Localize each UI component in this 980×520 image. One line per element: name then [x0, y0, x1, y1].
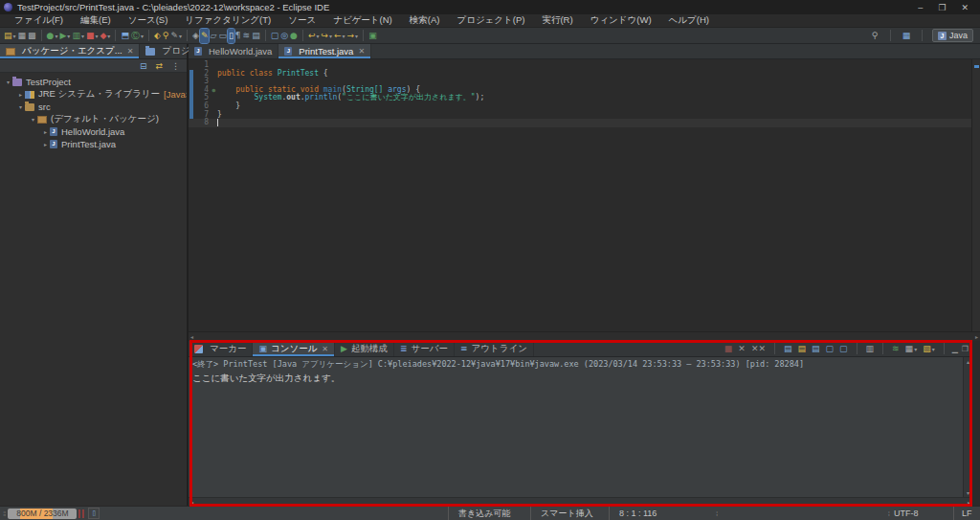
code-editor[interactable]: 12public class PrintTest {34● public sta…	[189, 59, 980, 331]
editor-tab[interactable]: JPrintTest.java✕	[278, 44, 371, 58]
minimize-window-button[interactable]: –	[918, 3, 923, 12]
editor-horizontal-scrollbar[interactable]: ◂ ▸	[189, 331, 980, 341]
profile-button[interactable]: ◆▾	[99, 29, 111, 43]
resume-button[interactable]: ●	[289, 29, 299, 43]
breadcrumb-toggle-button[interactable]: ▭	[217, 29, 228, 43]
new-window-button[interactable]: ▣	[368, 29, 378, 43]
tree-item[interactable]: ▸JHelloWorld.java	[0, 125, 187, 138]
new-wizard-button[interactable]: ▤▾	[3, 29, 17, 43]
console-tab-outline[interactable]: ≡アウトライン	[455, 341, 534, 356]
debug-button[interactable]: ●▾	[46, 29, 59, 43]
close-window-button[interactable]: ✕	[961, 3, 969, 12]
java-perspective-button[interactable]: J Java	[932, 29, 973, 42]
console-tab-servers[interactable]: ≣サーバー	[394, 341, 455, 356]
open-task-button[interactable]: ▤	[251, 29, 261, 43]
console-tab-console[interactable]: ▣コンソール✕	[253, 341, 335, 356]
console-tab-markers[interactable]: マーカー	[189, 341, 253, 356]
open-log-button[interactable]: ▤	[796, 342, 807, 356]
new-java-project-button[interactable]: ⬒	[120, 29, 130, 43]
menu-item[interactable]: 編集(E)	[72, 14, 120, 27]
menu-item[interactable]: 検索(A)	[401, 14, 449, 27]
restore-window-button[interactable]: ❐	[938, 3, 946, 12]
collapse-all-button[interactable]: ⊟	[139, 58, 148, 73]
menu-item[interactable]: ファイル(F)	[6, 14, 72, 27]
menu-item[interactable]: ウィンドウ(W)	[582, 14, 660, 27]
view-menu-button[interactable]: ⋮	[170, 58, 181, 73]
tree-item[interactable]: ▾(デフォルト・パッケージ)	[0, 113, 187, 125]
chevron-right-icon[interactable]: ▸	[16, 91, 25, 98]
close-icon[interactable]: ✕	[127, 47, 134, 56]
menu-item[interactable]: リファクタリング(T)	[176, 14, 279, 27]
menu-item[interactable]: ナビゲート(N)	[324, 14, 401, 27]
word-wrap-toggle-button[interactable]: ≋	[242, 29, 252, 43]
explorer-tab[interactable]: パッケージ・エクスプ...✕	[0, 44, 140, 58]
console-tab-launch[interactable]: ▶起動構成	[335, 341, 394, 356]
save-all-button[interactable]: ▩	[27, 29, 37, 43]
code-line[interactable]: 8	[189, 119, 971, 127]
menu-item[interactable]: ヘルプ(H)	[660, 14, 718, 27]
smart-edit-toggle-button[interactable]: ✎	[200, 29, 210, 43]
open-type-button[interactable]: ⬖	[153, 29, 162, 43]
editor-tab[interactable]: JHelloWorld.java	[189, 44, 278, 58]
link-with-editor-button[interactable]: ⇄	[154, 58, 164, 73]
run-garbage-collector-button[interactable]: ▯	[88, 508, 100, 519]
chevron-right-icon[interactable]: ▸	[41, 141, 50, 147]
scroll-left-icon[interactable]: ◂	[190, 333, 193, 340]
tree-item[interactable]: ▾TestProject	[0, 76, 187, 88]
save-button[interactable]: ▦	[17, 29, 28, 43]
menu-item[interactable]: プロジェクト(P)	[448, 14, 533, 27]
menu-item[interactable]: ソース(S)	[120, 14, 177, 27]
snippets-button[interactable]: ▱	[209, 29, 217, 43]
show-stdout-button[interactable]: ▢	[825, 342, 835, 356]
console-view-button[interactable]: ▢	[270, 29, 280, 43]
new-class-button[interactable]: Ⓒ▾	[130, 29, 145, 43]
scroll-left-icon[interactable]: ◂	[190, 499, 193, 506]
show-stderr-button[interactable]: ▢	[838, 342, 849, 356]
remove-launch-button[interactable]: ✕	[737, 342, 746, 356]
scroll-up-icon[interactable]: ▴	[967, 358, 969, 365]
scroll-right-icon[interactable]: ▸	[975, 333, 978, 340]
console-content[interactable]: <終了> PrintTest [Java アプリケーション] C:¥pleiad…	[189, 357, 963, 497]
pin-console-button[interactable]: ▦▾	[904, 342, 919, 356]
remove-all-launches-button[interactable]: ✕✕	[750, 342, 767, 356]
code-lines[interactable]: 12public class PrintTest {34● public sta…	[189, 59, 971, 331]
last-edit-location-button[interactable]: ↩▾	[307, 29, 321, 43]
scroll-right-icon[interactable]: ▸	[968, 499, 970, 506]
terminate-button[interactable]: ■	[724, 342, 734, 356]
menu-item[interactable]: 実行(R)	[533, 14, 581, 27]
menu-item[interactable]: ソース	[279, 14, 324, 27]
run-coverage-button[interactable]: ▥▾	[71, 29, 85, 43]
stop-button[interactable]: ■▾	[85, 29, 100, 43]
open-perspective-icon[interactable]: ▦	[901, 29, 912, 43]
overview-ruler[interactable]	[971, 59, 980, 331]
export-log-button[interactable]: ▤	[811, 342, 821, 356]
scroll-down-icon[interactable]: ▾	[967, 489, 969, 496]
forward-history-button[interactable]: →▾	[346, 29, 360, 43]
word-wrap-button[interactable]: ≋	[891, 342, 901, 356]
tree-item[interactable]: ▾src	[0, 101, 187, 113]
code-line[interactable]: 6 }	[189, 102, 971, 111]
console-vertical-scrollbar[interactable]: ▴ ▾	[963, 357, 972, 497]
heap-status-widget[interactable]: 800M / 2336M	[8, 509, 77, 519]
code-line[interactable]: 7}	[189, 111, 971, 120]
show-whitespace-button[interactable]: ¶	[234, 29, 242, 43]
annotate-button[interactable]: ✎▾	[169, 29, 183, 43]
scroll-lock-button[interactable]: ▥	[865, 342, 876, 356]
run-button[interactable]: ▶▾	[58, 29, 71, 43]
tree-item[interactable]: ▸JPrintTest.java	[0, 138, 187, 150]
search-workspace-button[interactable]: ⚲	[162, 29, 170, 43]
code-line[interactable]: 5 System.out.println("ここに書いた文字が出力されます。")…	[189, 94, 971, 102]
chevron-down-icon[interactable]: ▾	[29, 116, 37, 123]
chevron-right-icon[interactable]: ▸	[41, 128, 50, 135]
block-selection-button[interactable]: ▯	[228, 29, 234, 43]
code-line[interactable]: 2public class PrintTest {	[189, 70, 971, 79]
chevron-down-icon[interactable]: ▾	[4, 79, 12, 85]
tree-item[interactable]: ▸JRE システム・ライブラリー[JavaSE-17]	[0, 88, 187, 101]
chevron-down-icon[interactable]: ▾	[16, 103, 25, 110]
mark-occurrences-button[interactable]: ◈	[191, 29, 200, 43]
search-icon[interactable]: ⚲	[869, 29, 880, 43]
back-history-button[interactable]: ←▾	[333, 29, 346, 43]
maximize-view-button[interactable]: ❐	[962, 345, 969, 353]
close-icon[interactable]: ✕	[322, 345, 328, 353]
minimize-view-button[interactable]: ▁	[952, 345, 958, 353]
